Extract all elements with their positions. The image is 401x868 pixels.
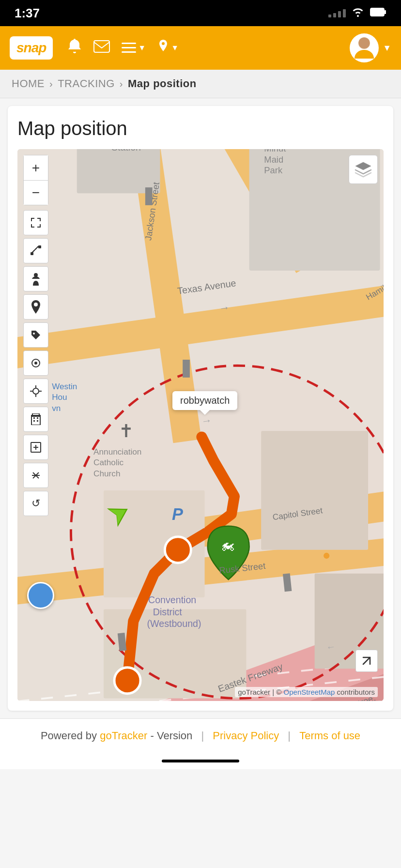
svg-text:(Westbound): (Westbound) [147, 618, 201, 629]
svg-rect-3 [122, 43, 136, 44]
page-title: Map position [17, 118, 384, 139]
breadcrumb-home[interactable]: HOME [12, 77, 45, 90]
svg-text:←: ← [325, 641, 336, 653]
map-container: → ← [17, 149, 384, 701]
location-dropdown-arrow: ▼ [171, 44, 179, 52]
menu-icon[interactable]: ▼ [122, 43, 146, 53]
svg-text:Station: Station [111, 149, 141, 152]
crosshair-button[interactable] [23, 379, 48, 404]
navigate-back-button[interactable] [355, 650, 378, 672]
svg-text:District: District [153, 607, 183, 617]
svg-text:Church: Church [93, 469, 120, 478]
tracker-label: robbywatch [180, 395, 230, 406]
status-bar: 1:37 [0, 0, 401, 26]
svg-text:Minut: Minut [264, 149, 286, 153]
svg-rect-82 [33, 417, 35, 419]
fullscreen-button[interactable] [23, 210, 48, 235]
svg-text:Westin: Westin [52, 381, 77, 391]
svg-text:✝: ✝ [119, 421, 134, 441]
svg-rect-83 [37, 417, 38, 419]
magnet-button[interactable]: ↺ [23, 491, 48, 516]
home-bar [162, 760, 239, 762]
svg-text:P: P [172, 505, 183, 523]
svg-rect-84 [33, 420, 35, 422]
openstreetmap-link[interactable]: OpenStreetMap [284, 688, 335, 696]
measure-button[interactable] [23, 238, 48, 263]
wifi-icon [352, 7, 364, 19]
tag-button[interactable] [23, 322, 48, 348]
header: snap ▼ ▼ [0, 26, 401, 70]
attribution-text: goTracker | © [238, 688, 283, 696]
mail-icon[interactable] [93, 40, 110, 56]
collapse-button[interactable] [23, 463, 48, 488]
svg-text:Convention: Convention [148, 594, 196, 605]
svg-point-28 [165, 537, 191, 563]
svg-point-75 [33, 388, 39, 394]
zoom-out-button[interactable]: − [23, 180, 48, 205]
signal-icon [328, 9, 346, 17]
terms-of-use-link[interactable]: Terms of use [299, 730, 360, 742]
user-avatar-container[interactable]: ▼ [350, 33, 391, 62]
map-attribution: goTracker | © OpenStreetMap contributors [235, 687, 378, 697]
svg-point-72 [34, 273, 38, 277]
battery-icon [370, 8, 386, 19]
person-pin-button[interactable] [23, 266, 48, 291]
footer-sep2: | [288, 730, 293, 742]
location-icon[interactable]: ▼ [157, 40, 179, 56]
svg-text:Annunciation: Annunciation [93, 447, 141, 457]
avatar [350, 33, 379, 62]
svg-rect-0 [370, 8, 384, 16]
zoom-in-button[interactable]: + [23, 155, 48, 180]
svg-rect-4 [122, 47, 136, 48]
svg-rect-5 [122, 51, 136, 53]
map-layers-button[interactable] [349, 155, 378, 184]
breadcrumb-sep2: › [120, 78, 123, 90]
svg-point-74 [35, 362, 37, 364]
tracker-popup: robbywatch [172, 391, 237, 410]
logo[interactable]: snap [10, 36, 53, 60]
page-content: Map position → [8, 106, 393, 711]
svg-text:🏍: 🏍 [220, 537, 234, 553]
svg-text:Hou: Hou [52, 392, 67, 402]
bell-icon[interactable] [67, 39, 82, 58]
breadcrumb-tracking[interactable]: TRACKING [58, 77, 115, 90]
svg-rect-58 [145, 187, 153, 205]
footer: Powered by goTracker - Version | Privacy… [0, 718, 401, 753]
user-dropdown-arrow: ▼ [383, 43, 391, 53]
svg-text:Catholic: Catholic [93, 457, 123, 467]
target-button[interactable] [23, 350, 48, 376]
header-icons: ▼ ▼ [67, 39, 179, 58]
svg-text:vn: vn [52, 403, 61, 413]
home-indicator [0, 753, 401, 769]
menu-dropdown-arrow: ▼ [138, 44, 146, 52]
breadcrumb: HOME › TRACKING › Map position [0, 70, 401, 98]
svg-text:Park: Park [264, 165, 283, 175]
location-pin-button[interactable] [23, 294, 48, 320]
svg-text:Maid: Maid [264, 154, 283, 165]
svg-rect-22 [77, 149, 160, 193]
locate-button[interactable] [27, 582, 54, 609]
svg-rect-85 [37, 420, 38, 422]
svg-point-68 [324, 553, 329, 559]
svg-rect-59 [183, 360, 190, 378]
svg-rect-71 [38, 245, 41, 248]
attribution-suffix: contributors [335, 688, 375, 696]
building-button[interactable] [23, 407, 48, 432]
expand-button[interactable] [23, 435, 48, 460]
svg-text:→: → [218, 301, 230, 315]
status-icons [328, 7, 386, 19]
svg-rect-2 [94, 41, 109, 52]
status-time: 1:37 [15, 6, 40, 21]
breadcrumb-current: Map position [128, 77, 197, 90]
version-text: - Version [147, 730, 192, 742]
breadcrumb-sep1: › [49, 78, 53, 90]
zoom-controls: + − [23, 155, 48, 205]
footer-sep1: | [201, 730, 207, 742]
svg-text:→: → [200, 414, 213, 427]
powered-by-text: Powered by [41, 730, 100, 742]
privacy-policy-link[interactable]: Privacy Policy [213, 730, 279, 742]
svg-point-29 [114, 668, 140, 694]
gotracker-link[interactable]: goTracker [100, 730, 147, 742]
svg-point-7 [359, 38, 370, 48]
map-controls-left: + − [23, 155, 48, 519]
